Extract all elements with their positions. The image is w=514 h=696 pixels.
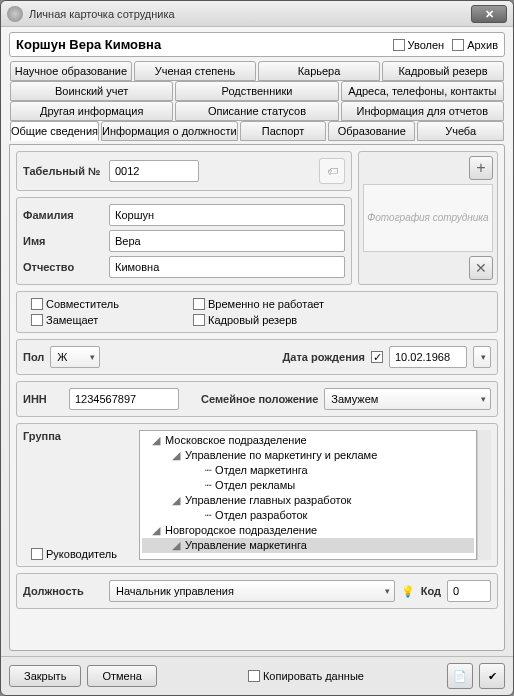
tag-icon[interactable]: 🏷	[319, 158, 345, 184]
employee-full-name: Коршун Вера Кимовна	[16, 37, 385, 52]
tree-item[interactable]: ◢ Управление по маркетингу и рекламе	[142, 448, 474, 463]
tab[interactable]: Ученая степень	[134, 61, 256, 81]
archive-checkbox[interactable]: Архив	[452, 39, 498, 51]
position-group: Должность Начальник управления 💡 Код	[16, 573, 498, 609]
tab-number-label: Табельный №	[23, 165, 103, 177]
birth-date-input[interactable]	[389, 346, 467, 368]
substitute-checkbox[interactable]: Замещает	[31, 314, 161, 326]
tab[interactable]: Карьера	[258, 61, 380, 81]
tab[interactable]: Другая информация	[10, 101, 173, 121]
tree-item[interactable]: ◢ Новгородское подразделение	[142, 523, 474, 538]
surname-label: Фамилия	[23, 209, 103, 221]
tree-item[interactable]: ┈ Отдел разработок	[142, 508, 474, 523]
tab[interactable]: Информация для отчетов	[341, 101, 504, 121]
family-label: Семейное положение	[201, 393, 318, 405]
code-input[interactable]	[447, 580, 491, 602]
department-tree[interactable]: ◢ Московское подразделение◢ Управление п…	[139, 430, 477, 560]
family-select[interactable]: Замужем	[324, 388, 491, 410]
bulb-icon[interactable]: 💡	[401, 585, 415, 598]
tree-item[interactable]: ┈ Отдел рекламы	[142, 478, 474, 493]
tab[interactable]: Паспорт	[240, 121, 327, 141]
tab[interactable]: Учеба	[417, 121, 504, 141]
position-label: Должность	[23, 585, 103, 597]
part-time-checkbox[interactable]: Совместитель	[31, 298, 161, 310]
sex-birth-group: Пол Ж Дата рождения ✓	[16, 339, 498, 375]
name-input[interactable]	[109, 230, 345, 252]
reserve-checkbox[interactable]: Кадровый резерв	[193, 314, 297, 326]
group-tree-group: Группа Руководитель ◢ Московское подразд…	[16, 423, 498, 567]
confirm-icon-button[interactable]: ✔	[479, 663, 505, 689]
tab-strip: Научное образованиеУченая степеньКарьера…	[9, 61, 505, 141]
footer: Закрыть Отмена Копировать данные 📄 ✔	[1, 656, 513, 695]
app-icon	[7, 6, 23, 22]
window-close-button[interactable]: ✕	[471, 5, 507, 23]
fired-checkbox[interactable]: Уволен	[393, 39, 445, 51]
add-photo-button[interactable]: +	[469, 156, 493, 180]
tab[interactable]: Кадровый резерв	[382, 61, 504, 81]
group-label: Группа	[23, 430, 133, 442]
sex-label: Пол	[23, 351, 44, 363]
tab[interactable]: Научное образование	[10, 61, 132, 81]
birth-date-checkbox[interactable]: ✓	[371, 351, 383, 363]
birth-date-picker-button[interactable]	[473, 346, 491, 368]
name-group: Фамилия Имя Отчество	[16, 197, 352, 285]
patronymic-label: Отчество	[23, 261, 103, 273]
tree-item[interactable]: ◢ Московское подразделение	[142, 433, 474, 448]
inn-family-group: ИНН Семейное положение Замужем	[16, 381, 498, 417]
close-button[interactable]: Закрыть	[9, 665, 81, 687]
code-label: Код	[421, 585, 441, 597]
tab[interactable]: Адреса, телефоны, контакты	[341, 81, 504, 101]
tab[interactable]: Информация о должности	[101, 121, 238, 141]
sex-select[interactable]: Ж	[50, 346, 100, 368]
tree-item[interactable]: ◢ Управление маркетинга	[142, 538, 474, 553]
tree-item[interactable]: ┈ Отдел маркетинга	[142, 463, 474, 478]
temporarily-checkbox[interactable]: Временно не работает	[193, 298, 324, 310]
remove-photo-button[interactable]: ✕	[469, 256, 493, 280]
birth-date-label: Дата рождения	[282, 351, 365, 363]
content: Коршун Вера Кимовна Уволен Архив Научное…	[1, 27, 513, 656]
inn-label: ИНН	[23, 393, 63, 405]
inn-input[interactable]	[69, 388, 179, 410]
patronymic-input[interactable]	[109, 256, 345, 278]
tab[interactable]: Образование	[328, 121, 415, 141]
photo-placeholder: Фотография сотрудника	[363, 184, 493, 252]
tab-body: Табельный № 🏷 Фамилия Имя Отчество +	[9, 144, 505, 651]
copy-data-checkbox[interactable]: Копировать данные	[248, 670, 364, 682]
document-icon-button[interactable]: 📄	[447, 663, 473, 689]
tab[interactable]: Воинский учет	[10, 81, 173, 101]
titlebar[interactable]: Личная карточка сотрудника ✕	[1, 1, 513, 27]
tree-item[interactable]: ◢ Управление главных разработок	[142, 493, 474, 508]
name-label: Имя	[23, 235, 103, 247]
tab[interactable]: Родственники	[175, 81, 338, 101]
cancel-button[interactable]: Отмена	[87, 665, 156, 687]
surname-input[interactable]	[109, 204, 345, 226]
name-bar: Коршун Вера Кимовна Уволен Архив	[9, 32, 505, 57]
tab[interactable]: Описание статусов	[175, 101, 338, 121]
tree-scrollbar[interactable]	[477, 430, 491, 560]
manager-checkbox[interactable]: Руководитель	[31, 548, 133, 560]
position-select[interactable]: Начальник управления	[109, 580, 395, 602]
flags-group: Совместитель Временно не работает Замеща…	[16, 291, 498, 333]
tab-number-group: Табельный № 🏷	[16, 151, 352, 191]
tab-number-input[interactable]	[109, 160, 199, 182]
window-title: Личная карточка сотрудника	[29, 8, 471, 20]
tab[interactable]: Общие сведения	[10, 121, 99, 141]
photo-panel: + Фотография сотрудника ✕	[358, 151, 498, 285]
employee-card-window: Личная карточка сотрудника ✕ Коршун Вера…	[0, 0, 514, 696]
